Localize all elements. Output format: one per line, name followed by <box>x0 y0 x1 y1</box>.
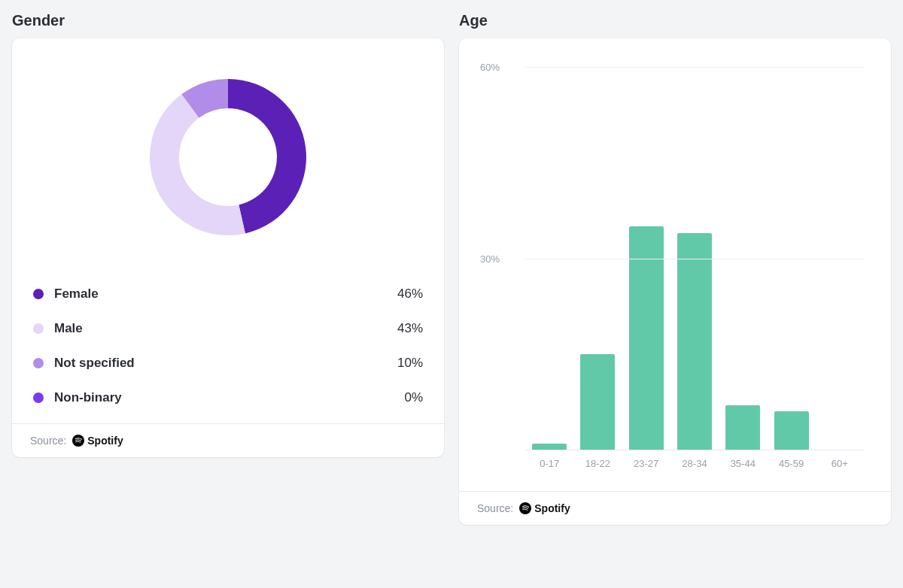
age-x-labels: 0-1718-2223-2728-3435-4445-5960+ <box>525 450 864 480</box>
gender-source-label: Source: <box>30 435 66 447</box>
legend-swatch <box>33 393 44 403</box>
legend-swatch <box>33 323 44 334</box>
spotify-name: Spotify <box>534 502 570 514</box>
legend-swatch <box>33 289 44 299</box>
legend-value: 43% <box>397 321 423 336</box>
bar <box>532 444 567 450</box>
legend-label: Male <box>54 321 83 336</box>
legend-row: Female46% <box>33 279 423 309</box>
age-plot-area <box>525 67 864 450</box>
spotify-name: Spotify <box>87 435 123 447</box>
age-card-body: 0-1718-2223-2728-3435-4445-5960+ 60%30% <box>459 38 891 491</box>
y-tick-label: 60% <box>480 62 500 73</box>
y-tick-label: 30% <box>480 253 500 265</box>
legend-row: Male43% <box>33 314 423 344</box>
x-tick-label: 18-22 <box>573 458 622 469</box>
x-tick-label: 28-34 <box>670 458 719 469</box>
gender-section: Gender Female46%Male43%Not specified10%N… <box>12 12 444 525</box>
legend-row: Non-binary0% <box>33 383 423 413</box>
age-card-footer: Source: Spotify <box>459 491 891 525</box>
spotify-icon <box>519 502 531 514</box>
dashboard-grid: Gender Female46%Male43%Not specified10%N… <box>12 12 891 525</box>
age-bar-chart: 0-1718-2223-2728-3435-4445-5960+ 60%30% <box>480 59 870 480</box>
bar <box>677 233 712 450</box>
spotify-icon <box>72 435 84 447</box>
y-gridline <box>525 67 864 68</box>
gender-card-footer: Source: Spotify <box>12 423 444 457</box>
legend-row: Not specified10% <box>33 348 423 378</box>
age-source-label: Source: <box>477 502 513 514</box>
x-tick-label: 35-44 <box>719 458 767 469</box>
spotify-logo: Spotify <box>72 435 123 447</box>
legend-label: Non-binary <box>54 390 122 405</box>
x-tick-label: 0-17 <box>525 458 573 469</box>
gender-card: Female46%Male43%Not specified10%Non-bina… <box>12 38 444 457</box>
bar <box>580 354 615 450</box>
legend-value: 10% <box>397 356 423 371</box>
gender-card-body: Female46%Male43%Not specified10%Non-bina… <box>12 38 444 423</box>
age-card: 0-1718-2223-2728-3435-4445-5960+ 60%30% … <box>459 38 891 525</box>
bar <box>774 411 809 450</box>
legend-label: Not specified <box>54 356 135 371</box>
bar <box>725 405 760 450</box>
legend-value: 0% <box>404 390 423 405</box>
legend-value: 46% <box>397 286 423 302</box>
x-tick-label: 23-27 <box>622 458 670 469</box>
x-tick-label: 60+ <box>816 458 864 469</box>
donut-svg <box>130 59 326 255</box>
y-gridline <box>525 259 864 259</box>
gender-donut-chart <box>33 59 423 255</box>
gender-legend: Female46%Male43%Not specified10%Non-bina… <box>33 279 423 413</box>
bar <box>629 226 664 450</box>
legend-label: Female <box>54 286 99 302</box>
gender-title: Gender <box>12 12 444 29</box>
x-tick-label: 45-59 <box>767 458 815 469</box>
spotify-logo: Spotify <box>519 502 570 514</box>
age-section: Age 0-1718-2223-2728-3435-4445-5960+ 60%… <box>459 12 891 525</box>
legend-swatch <box>33 358 44 368</box>
age-title: Age <box>459 12 891 29</box>
